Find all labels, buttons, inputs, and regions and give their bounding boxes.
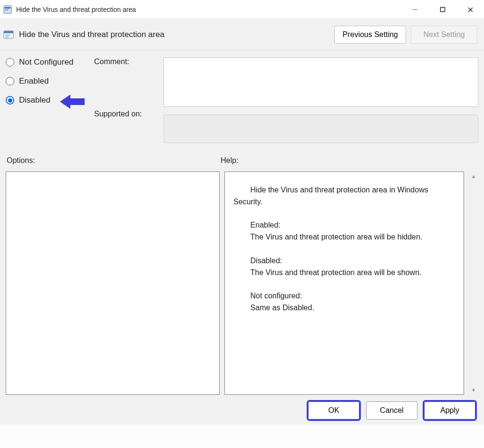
- titlebar: Hide the Virus and threat protection are…: [0, 0, 484, 19]
- policy-title: Hide the Virus and threat protection are…: [19, 30, 165, 39]
- help-scrollbar[interactable]: ▲▼: [469, 172, 478, 395]
- maximize-button[interactable]: [429, 0, 456, 19]
- ok-button[interactable]: OK: [308, 401, 359, 419]
- window-title: Hide the Virus and threat protection are…: [16, 6, 136, 13]
- arrow-callout-icon: [60, 94, 85, 111]
- content-area: Not Configured Enabled Disabled Comment:…: [0, 51, 484, 424]
- cancel-button[interactable]: Cancel: [366, 401, 417, 419]
- radio-icon: [6, 58, 14, 67]
- svg-marker-11: [60, 95, 85, 109]
- help-panel: Hide the Virus and threat protection are…: [224, 172, 464, 395]
- options-section-label: Options:: [7, 156, 221, 165]
- supported-on-label: Supported on:: [94, 110, 161, 118]
- svg-rect-2: [5, 10, 9, 10]
- svg-rect-9: [5, 35, 10, 36]
- policy-header: Hide the Virus and threat protection are…: [0, 19, 484, 51]
- radio-enabled[interactable]: Enabled: [6, 76, 91, 86]
- policy-icon: [3, 29, 14, 40]
- radio-label: Enabled: [19, 76, 48, 86]
- radio-icon: [6, 77, 14, 86]
- radio-icon: [6, 96, 14, 105]
- minimize-button[interactable]: [401, 0, 429, 19]
- comment-label: Comment:: [94, 57, 161, 66]
- svg-rect-10: [5, 37, 9, 38]
- radio-label: Not Configured: [19, 57, 73, 67]
- supported-on-textbox: [164, 114, 478, 143]
- svg-rect-8: [4, 31, 13, 33]
- next-setting-button: Next Setting: [411, 26, 477, 44]
- radio-label: Disabled: [19, 95, 50, 105]
- policy-app-icon: [3, 5, 12, 14]
- comment-textarea[interactable]: [164, 57, 478, 107]
- options-panel: [6, 172, 220, 395]
- close-button[interactable]: [456, 0, 484, 19]
- dialog-footer: OK Cancel Apply: [6, 401, 478, 419]
- help-section-label: Help:: [221, 156, 477, 165]
- svg-rect-1: [5, 7, 10, 9]
- apply-button[interactable]: Apply: [424, 401, 475, 419]
- svg-rect-4: [441, 8, 445, 12]
- radio-not-configured[interactable]: Not Configured: [6, 57, 91, 67]
- previous-setting-button[interactable]: Previous Setting: [334, 26, 406, 44]
